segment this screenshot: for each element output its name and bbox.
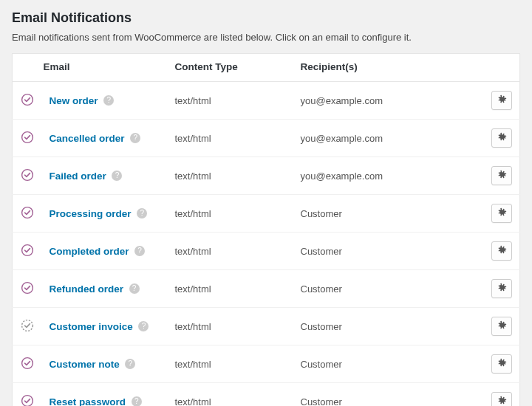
svg-point-5 (21, 282, 33, 293)
gear-icon (497, 170, 507, 182)
help-icon[interactable]: ? (130, 133, 140, 143)
table-row: Customer invoice ? text/html Customer (13, 308, 520, 345)
configure-button[interactable] (491, 91, 512, 110)
status-enabled-icon (21, 206, 34, 219)
content-type-cell: text/html (168, 345, 293, 383)
svg-point-7 (21, 357, 33, 368)
email-link[interactable]: Reset password (50, 396, 126, 407)
svg-point-3 (21, 207, 33, 218)
email-link[interactable]: Cancelled order (50, 133, 125, 144)
status-enabled-icon (21, 357, 34, 370)
help-icon[interactable]: ? (103, 95, 114, 106)
email-link[interactable]: Processing order (50, 208, 132, 219)
configure-button[interactable] (491, 241, 512, 261)
email-link[interactable]: New order (50, 95, 98, 106)
table-row: Cancelled order ? text/html you@example.… (13, 120, 520, 157)
gear-icon (497, 358, 507, 371)
help-icon[interactable]: ? (129, 283, 140, 294)
svg-point-6 (21, 320, 33, 331)
gear-icon (497, 245, 507, 258)
column-header-email: Email (42, 54, 168, 82)
table-row: Refunded order ? text/html Customer (13, 270, 520, 308)
column-header-settings (480, 54, 520, 82)
gear-icon (497, 94, 507, 107)
content-type-cell: text/html (168, 233, 293, 270)
content-type-cell: text/html (168, 195, 293, 233)
page-title: Email Notifications (12, 10, 520, 26)
page-description: Email notifications sent from WooCommerc… (12, 32, 520, 43)
table-row: Completed order ? text/html Customer (13, 233, 520, 270)
gear-icon (497, 207, 507, 220)
recipients-cell: you@example.com (293, 82, 480, 120)
email-link[interactable]: Customer note (50, 359, 120, 370)
svg-point-0 (21, 94, 33, 105)
recipients-cell: Customer (293, 345, 480, 383)
recipients-cell: Customer (293, 383, 480, 407)
table-row: Customer note ? text/html Customer (13, 345, 520, 383)
svg-point-8 (21, 395, 33, 406)
configure-button[interactable] (491, 204, 512, 223)
help-icon[interactable]: ? (137, 208, 147, 219)
table-row: Failed order ? text/html you@example.com (13, 157, 520, 195)
status-enabled-icon (21, 244, 34, 257)
configure-button[interactable] (491, 317, 512, 336)
column-header-content-type: Content Type (168, 54, 293, 82)
gear-icon (497, 320, 507, 333)
content-type-cell: text/html (168, 82, 293, 120)
content-type-cell: text/html (168, 383, 293, 407)
help-icon[interactable]: ? (138, 321, 149, 331)
status-enabled-icon (21, 281, 34, 295)
gear-icon (497, 132, 507, 145)
configure-button[interactable] (491, 166, 512, 185)
recipients-cell: you@example.com (293, 157, 480, 195)
help-icon[interactable]: ? (132, 396, 142, 407)
help-icon[interactable]: ? (134, 246, 145, 256)
status-enabled-icon (21, 394, 34, 407)
email-link[interactable]: Completed order (50, 246, 129, 257)
help-icon[interactable]: ? (112, 171, 122, 181)
status-enabled-icon (21, 93, 34, 106)
recipients-cell: Customer (293, 270, 480, 308)
configure-button[interactable] (491, 279, 512, 298)
svg-point-4 (21, 244, 33, 255)
status-manual-icon (21, 319, 34, 332)
gear-icon (497, 396, 507, 407)
table-row: New order ? text/html you@example.com (13, 82, 520, 120)
configure-button[interactable] (491, 392, 512, 406)
content-type-cell: text/html (168, 157, 293, 195)
email-link[interactable]: Customer invoice (50, 321, 133, 332)
configure-button[interactable] (491, 354, 512, 374)
help-icon[interactable]: ? (125, 359, 135, 369)
emails-table: Email Content Type Recipient(s) New orde… (12, 53, 520, 406)
recipients-cell: Customer (293, 195, 480, 233)
svg-point-2 (21, 169, 33, 180)
table-row: Processing order ? text/html Customer (13, 195, 520, 233)
recipients-cell: you@example.com (293, 120, 480, 157)
gear-icon (497, 283, 507, 295)
recipients-cell: Customer (293, 233, 480, 270)
table-row: Reset password ? text/html Customer (13, 383, 520, 407)
status-enabled-icon (21, 168, 34, 182)
recipients-cell: Customer (293, 308, 480, 345)
content-type-cell: text/html (168, 270, 293, 308)
email-link[interactable]: Failed order (50, 171, 106, 182)
content-type-cell: text/html (168, 308, 293, 345)
svg-point-1 (21, 131, 33, 142)
configure-button[interactable] (491, 128, 512, 148)
status-enabled-icon (21, 131, 34, 144)
email-link[interactable]: Refunded order (50, 283, 124, 295)
column-header-recipients: Recipient(s) (293, 54, 480, 82)
content-type-cell: text/html (168, 120, 293, 157)
column-header-status (13, 54, 42, 82)
